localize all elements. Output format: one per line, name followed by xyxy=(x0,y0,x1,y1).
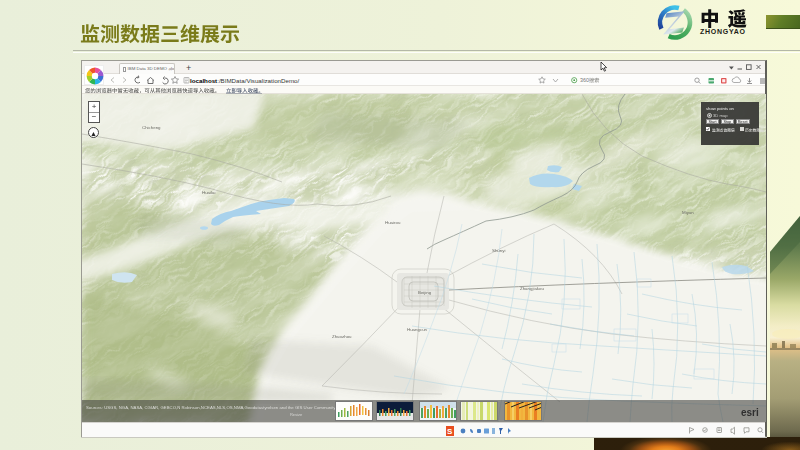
svg-text:esri: esri xyxy=(741,407,759,418)
svg-text:Miyun: Miyun xyxy=(682,210,694,215)
svg-text:S: S xyxy=(447,427,453,436)
svg-text:Zhangjiakou: Zhangjiakou xyxy=(520,286,544,291)
svg-text:Zhuozhou: Zhuozhou xyxy=(332,334,352,339)
svg-text:Shunyi: Shunyi xyxy=(492,248,505,253)
svg-text:Chicheng: Chicheng xyxy=(142,125,161,130)
svg-text:Huairou: Huairou xyxy=(385,220,401,225)
svg-text:Beijing: Beijing xyxy=(418,290,432,295)
svg-text:Huangcun: Huangcun xyxy=(407,327,428,332)
svg-text:Huailai: Huailai xyxy=(202,190,215,195)
